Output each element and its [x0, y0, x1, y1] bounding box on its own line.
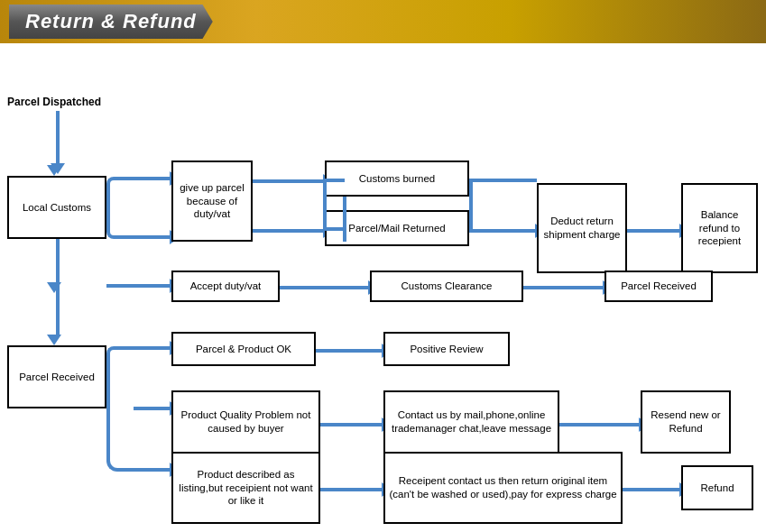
main-content: Parcel Dispatched Local Customs give up … — [0, 43, 766, 532]
arrow-to-giveup — [134, 177, 171, 180]
local-customs-box: Local Customs — [7, 176, 106, 239]
refund-box: Refund — [681, 465, 753, 510]
title-box: Return & Refund — [9, 5, 213, 39]
arrow-to-product-described — [134, 468, 171, 472]
product-described-box: Product described as listing,but receipi… — [171, 452, 320, 524]
positive-review-box: Positive Review — [383, 332, 510, 366]
arrow-lower-curve — [134, 235, 171, 239]
arrow-described-to-receipient — [320, 488, 383, 491]
resend-refund-box: Resend new or Refund — [641, 390, 731, 454]
arrow-to-accept-duty — [106, 284, 134, 288]
parcel-product-ok-box: Parcel & Product OK — [171, 332, 316, 366]
parcel-dispatched-label: Parcel Dispatched — [7, 96, 101, 108]
arrow-down-head-3 — [47, 335, 61, 345]
arrow-receipient-to-refund — [623, 488, 681, 491]
arrow-dispatched-to-customs — [56, 111, 60, 165]
arrow-to-accept-duty-2 — [134, 284, 171, 288]
curve-upper-top — [106, 177, 134, 208]
v-deduct-connector — [469, 179, 473, 231]
deduct-return-box: Deduct return shipment charge — [537, 183, 627, 273]
arrow-main-down — [56, 282, 60, 336]
contact-us-box: Contact us by mail,phone,online trademan… — [383, 390, 559, 454]
arrow-ok-to-review — [316, 349, 383, 353]
parcel-mail-returned-box: Parcel/Mail Returned — [325, 210, 469, 246]
arrow-giveup-to-returned — [253, 229, 325, 233]
arrow-deduct-to-balance — [627, 229, 681, 233]
curve-received-mid-line — [106, 365, 134, 408]
vertical-burned-to-returned — [343, 197, 346, 242]
customs-burned-box: Customs burned — [325, 161, 469, 197]
page-header: Return & Refund — [0, 0, 766, 43]
product-quality-box: Product Quality Problem not caused by bu… — [171, 390, 320, 454]
customs-clearance-box: Customs Clearance — [370, 271, 523, 302]
arrow-quality-to-contact — [320, 423, 383, 427]
v-connect-left — [323, 179, 327, 231]
balance-refund-box: Balance refund to recepient — [681, 183, 758, 273]
arrow-burned-to-deduct — [469, 179, 537, 182]
arrow-contact-to-resend — [559, 423, 641, 427]
arrow-accept-to-clearance — [280, 286, 370, 289]
arrow-customs-down — [56, 239, 60, 284]
curve-lower-bottom — [106, 208, 134, 239]
arrow-to-quality — [134, 407, 171, 410]
accept-duty-box: Accept duty/vat — [171, 271, 280, 302]
arrow-giveup-to-burned — [253, 179, 325, 183]
arrow-returned-to-deduct — [469, 229, 537, 233]
arrow-clearance-to-received — [523, 286, 604, 289]
arrow-down-head-1 — [47, 165, 61, 176]
curve-received-upper — [106, 346, 134, 366]
receipient-contact-box: Receipent contact us then return origina… — [383, 452, 623, 524]
page-title: Return & Refund — [25, 10, 197, 32]
curve-received-lower — [106, 408, 134, 472]
arrow-to-product-ok — [134, 346, 171, 350]
parcel-received-main-box: Parcel Received — [7, 345, 106, 408]
give-up-box: give up parcel because of duty/vat — [171, 161, 253, 242]
parcel-received-right-box: Parcel Received — [604, 271, 713, 302]
